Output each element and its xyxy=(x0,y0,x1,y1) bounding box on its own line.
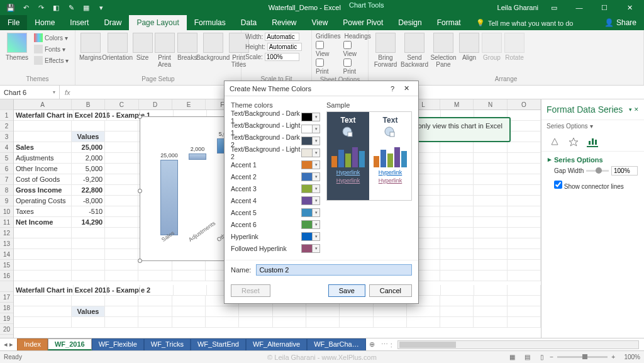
cell[interactable] xyxy=(72,228,105,238)
row-header[interactable]: 14 xyxy=(0,249,13,260)
cell[interactable] xyxy=(440,164,474,174)
size-button[interactable]: Size xyxy=(133,33,152,61)
cell[interactable] xyxy=(508,249,541,260)
tell-me-search[interactable]: 💡 Tell me what you want to do xyxy=(469,16,597,30)
tab-design[interactable]: Design xyxy=(391,15,429,30)
effects-icon[interactable] xyxy=(568,136,579,147)
bring-forward-button[interactable]: Bring Forward xyxy=(372,33,399,68)
color-picker[interactable]: ▾ xyxy=(301,113,320,121)
cell[interactable] xyxy=(273,317,306,328)
cell[interactable] xyxy=(508,121,541,131)
cell[interactable] xyxy=(508,238,541,249)
series-options-dropdown[interactable]: Series Options ▾ xyxy=(541,120,644,132)
row-header[interactable]: 10 xyxy=(0,206,13,217)
cell[interactable] xyxy=(138,317,172,328)
send-backward-button[interactable]: Send Backward xyxy=(401,33,428,68)
cell[interactable] xyxy=(441,285,474,296)
cell[interactable] xyxy=(239,317,272,328)
row-header[interactable]: 2 xyxy=(0,121,13,131)
close-icon[interactable]: ✕ xyxy=(620,0,639,15)
ribbon-options-icon[interactable]: ▭ xyxy=(545,0,564,15)
cell[interactable] xyxy=(105,174,138,185)
cell[interactable] xyxy=(14,131,72,142)
cell[interactable] xyxy=(138,306,172,317)
page-layout-view-icon[interactable]: ▤ xyxy=(520,352,534,362)
cell[interactable] xyxy=(105,217,138,228)
fill-line-icon[interactable] xyxy=(549,136,560,147)
row-header[interactable] xyxy=(0,281,13,292)
minimize-icon[interactable]: — xyxy=(570,0,589,15)
cell[interactable] xyxy=(474,238,507,249)
zoom-level[interactable]: 100% xyxy=(615,354,640,360)
zoom-out-icon[interactable]: − xyxy=(550,354,553,360)
sheet-tab[interactable]: WF_2016 xyxy=(48,338,92,350)
cell[interactable] xyxy=(14,238,72,249)
redo-icon[interactable]: ↷ xyxy=(35,2,47,13)
sheet-tab[interactable]: WF_Alternative xyxy=(246,338,307,350)
cell[interactable] xyxy=(508,217,541,228)
cell[interactable] xyxy=(440,238,474,249)
undo-icon[interactable]: ↶ xyxy=(20,2,31,13)
qat-icon[interactable]: ▦ xyxy=(80,2,92,13)
user-name[interactable]: Leila Gharani xyxy=(497,4,538,11)
col-header-E[interactable]: E xyxy=(172,99,206,109)
cell[interactable] xyxy=(474,317,507,328)
cell[interactable] xyxy=(105,196,138,206)
cell[interactable]: Operating Costs xyxy=(14,196,72,206)
cell[interactable] xyxy=(74,110,107,121)
cell[interactable] xyxy=(105,153,138,164)
cell[interactable]: Gross Income xyxy=(14,185,72,196)
series-options-icon[interactable] xyxy=(587,136,598,147)
cell[interactable] xyxy=(273,306,306,317)
sheet-more[interactable]: ⋯ xyxy=(379,340,391,349)
cell[interactable] xyxy=(508,174,541,185)
cell[interactable] xyxy=(374,317,407,328)
cell[interactable]: Other Income xyxy=(14,164,72,174)
cell[interactable] xyxy=(508,131,541,142)
cell[interactable] xyxy=(474,196,507,206)
cell[interactable]: Cost of Goods xyxy=(14,174,72,185)
orientation-button[interactable]: Orientation xyxy=(104,33,131,61)
qat-icon[interactable]: ▾ xyxy=(96,2,107,13)
tab-insert[interactable]: Insert xyxy=(62,15,96,30)
name-box[interactable]: Chart 6▾ xyxy=(0,86,60,99)
cell[interactable] xyxy=(14,317,72,328)
cell[interactable] xyxy=(340,317,373,328)
tab-page-layout[interactable]: Page Layout xyxy=(129,15,186,30)
cell[interactable] xyxy=(440,306,474,317)
sheet-tab[interactable]: Index xyxy=(17,338,48,350)
cell[interactable] xyxy=(508,153,541,164)
share-button[interactable]: 👤 Share xyxy=(597,15,644,30)
cell[interactable] xyxy=(440,174,474,185)
tab-power-pivot[interactable]: Power Pivot xyxy=(335,15,391,30)
themes-button[interactable]: Themes xyxy=(4,33,30,61)
cell[interactable]: Taxes xyxy=(14,206,72,217)
cell[interactable] xyxy=(105,142,138,153)
cell[interactable] xyxy=(14,228,72,238)
sheet-tab[interactable]: WF_Flexible xyxy=(92,338,144,350)
cell[interactable] xyxy=(14,249,72,260)
cell[interactable] xyxy=(14,121,72,131)
cell[interactable] xyxy=(508,185,541,196)
color-picker[interactable]: ▾ xyxy=(301,208,320,217)
cell[interactable] xyxy=(172,296,206,306)
cell[interactable] xyxy=(105,131,138,142)
gridlines-view[interactable]: View xyxy=(316,41,337,57)
cell[interactable]: 14,290 xyxy=(72,217,105,228)
theme-name-input[interactable] xyxy=(256,264,412,276)
sheet-tab[interactable]: WF_Tricks xyxy=(144,338,191,350)
row-header[interactable]: 13 xyxy=(0,238,13,249)
cell[interactable] xyxy=(440,217,474,228)
col-header-A[interactable]: A xyxy=(14,99,72,109)
cell[interactable]: Waterfall Chart in Excel 2016 - Example … xyxy=(14,110,74,121)
width-input[interactable] xyxy=(265,33,299,41)
cell[interactable] xyxy=(105,164,138,174)
color-picker[interactable]: ▾ xyxy=(301,172,320,181)
normal-view-icon[interactable]: ▦ xyxy=(505,352,519,362)
background-button[interactable]: Background xyxy=(200,33,226,61)
cell[interactable] xyxy=(508,317,541,328)
cell[interactable]: 2,000 xyxy=(72,153,105,164)
qat-icon[interactable]: ◧ xyxy=(50,2,62,13)
cell[interactable] xyxy=(14,296,72,306)
cell[interactable] xyxy=(440,153,474,164)
